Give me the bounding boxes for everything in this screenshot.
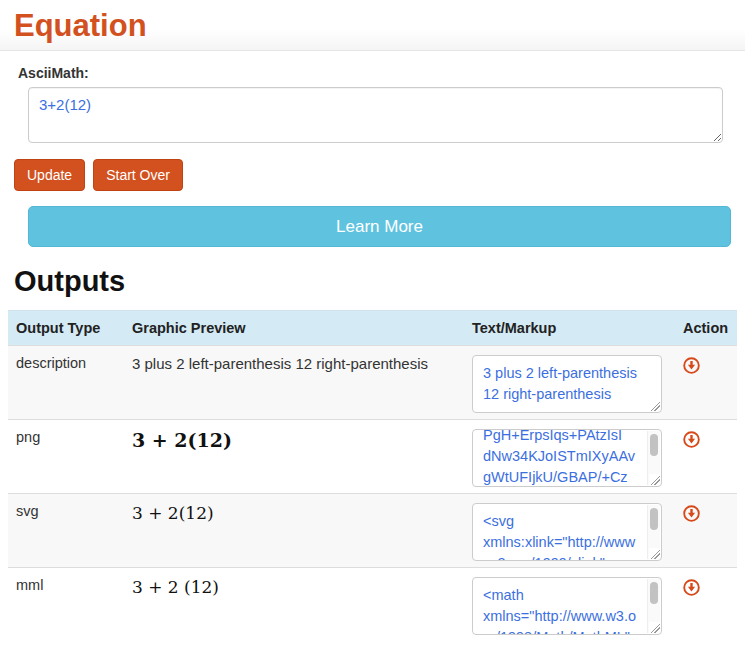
markup-text: PgH+ErpsIqs+PAtzIsI dNw34KJoISTmIXyAAv g…	[473, 429, 661, 487]
download-icon[interactable]	[683, 357, 700, 374]
column-header-output-type: Output Type	[8, 320, 124, 336]
update-button[interactable]: Update	[14, 159, 85, 191]
column-header-text-markup: Text/Markup	[464, 320, 675, 336]
column-header-graphic-preview: Graphic Preview	[124, 320, 464, 336]
resize-handle-icon[interactable]	[649, 400, 660, 411]
graphic-preview-cell: 3 + 2(12)	[124, 429, 464, 487]
asciimath-label: AsciiMath:	[18, 65, 745, 81]
markup-textarea[interactable]: <math xmlns="http://www.w3.o rg/1998/Mat…	[472, 577, 662, 635]
scrollbar-thumb[interactable]	[650, 434, 658, 456]
markup-textarea[interactable]: PgH+ErpsIqs+PAtzIsI dNw34KJoISTmIXyAAv g…	[472, 429, 662, 487]
markup-text: 3 plus 2 left-parenthesis 12 right-paren…	[473, 356, 661, 405]
download-icon[interactable]	[683, 579, 700, 596]
table-row: mml 3 + 2 (12) <math xmlns="http://www.w…	[8, 567, 737, 641]
page-header: Equation	[0, 0, 745, 51]
text-markup-cell: <math xmlns="http://www.w3.o rg/1998/Mat…	[464, 577, 675, 635]
scrollbar-thumb[interactable]	[650, 508, 658, 530]
markup-text: <svg xmlns:xlink="http://www .w3.org/199…	[473, 504, 661, 561]
action-cell	[675, 355, 737, 413]
table-row: png 3 + 2(12) PgH+ErpsIqs+PAtzIsI dNw34K…	[8, 419, 737, 493]
table-row: svg 3 + 2(12) <svg xmlns:xlink="http://w…	[8, 493, 737, 567]
output-type-cell: mml	[8, 577, 124, 635]
start-over-button[interactable]: Start Over	[93, 159, 183, 191]
learn-more-button[interactable]: Learn More	[28, 206, 731, 247]
table-header-row: Output Type Graphic Preview Text/Markup …	[8, 310, 737, 345]
outputs-heading: Outputs	[14, 265, 745, 298]
resize-handle-icon[interactable]	[649, 474, 660, 485]
resize-handle-icon[interactable]	[649, 622, 660, 633]
download-icon[interactable]	[683, 431, 700, 448]
asciimath-input[interactable]: 3+2(12)	[28, 87, 723, 143]
text-markup-cell: 3 plus 2 left-parenthesis 12 right-paren…	[464, 355, 675, 413]
scrollbar-thumb[interactable]	[650, 582, 658, 604]
page-title: Equation	[14, 8, 731, 44]
output-type-cell: svg	[8, 503, 124, 561]
output-type-cell: description	[8, 355, 124, 413]
action-cell	[675, 503, 737, 561]
text-markup-cell: <svg xmlns:xlink="http://www .w3.org/199…	[464, 503, 675, 561]
download-icon[interactable]	[683, 505, 700, 522]
markup-text: <math xmlns="http://www.w3.o rg/1998/Mat…	[473, 578, 661, 635]
resize-handle-icon[interactable]	[649, 548, 660, 559]
action-cell	[675, 577, 737, 635]
graphic-preview-cell: 3 + 2 (12)	[124, 577, 464, 635]
form-buttons: Update Start Over	[14, 159, 745, 191]
table-row: description 3 plus 2 left-parenthesis 12…	[8, 345, 737, 419]
graphic-preview-cell: 3 plus 2 left-parenthesis 12 right-paren…	[124, 355, 464, 413]
column-header-action: Action	[675, 320, 737, 336]
markup-textarea[interactable]: <svg xmlns:xlink="http://www .w3.org/199…	[472, 503, 662, 561]
markup-textarea[interactable]: 3 plus 2 left-parenthesis 12 right-paren…	[472, 355, 662, 413]
text-markup-cell: PgH+ErpsIqs+PAtzIsI dNw34KJoISTmIXyAAv g…	[464, 429, 675, 487]
action-cell	[675, 429, 737, 487]
graphic-preview-cell: 3 + 2(12)	[124, 503, 464, 561]
outputs-table: Output Type Graphic Preview Text/Markup …	[8, 310, 737, 641]
output-type-cell: png	[8, 429, 124, 487]
